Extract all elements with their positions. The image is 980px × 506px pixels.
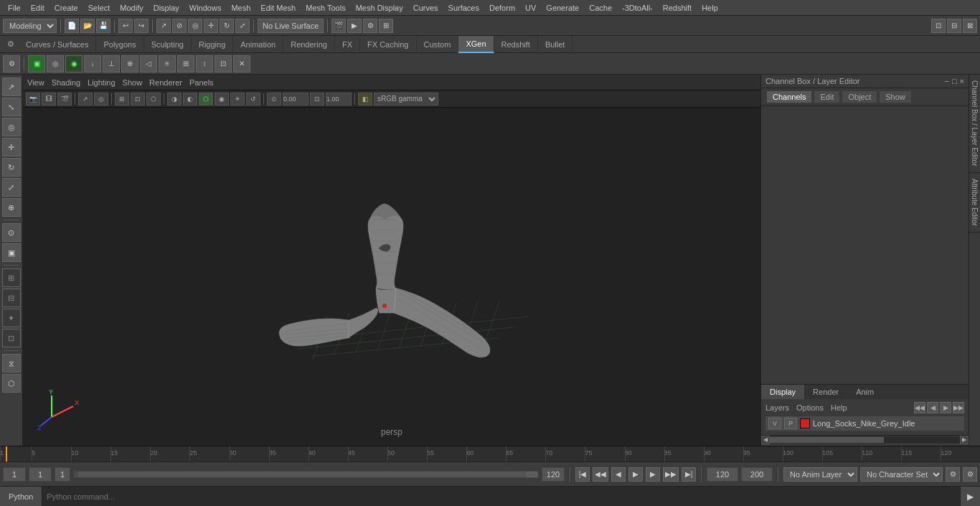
frame-max-input[interactable] <box>542 467 565 482</box>
undo-btn[interactable]: ↩ <box>118 19 133 33</box>
timeline-ruler[interactable]: 1510152025303540455055606570758085909510… <box>0 446 980 462</box>
tool-panel-gear[interactable]: ⚙ <box>3 55 20 72</box>
vp-menu-panels[interactable]: Panels <box>189 78 214 87</box>
layers-help-btn[interactable]: Help <box>831 403 847 412</box>
vp-cam-far-input[interactable] <box>326 93 352 106</box>
new-scene-btn[interactable]: 📄 <box>65 19 79 33</box>
menu-create[interactable]: Create <box>50 2 83 14</box>
char-set-settings-btn[interactable]: ⚙ <box>963 467 977 482</box>
menu-display[interactable]: Display <box>149 2 184 14</box>
rb-tab-display[interactable]: Display <box>761 385 804 399</box>
vp-shading-btn3[interactable]: ⬡ <box>199 93 213 106</box>
frame-current-input[interactable] <box>29 467 52 482</box>
xgen-icon2[interactable]: ◎ <box>47 55 64 72</box>
layer-arr2[interactable]: ◀ <box>927 402 938 413</box>
tab-animation[interactable]: Animation <box>233 36 283 53</box>
scroll-thumb[interactable] <box>770 437 884 443</box>
tab-redshift[interactable]: Redshift <box>494 36 538 53</box>
vp-anim-btn[interactable]: ↺ <box>246 93 260 106</box>
vp-gamma-select[interactable]: sRGB gamma <box>374 93 438 106</box>
playback-play-btn[interactable]: ▶ <box>628 467 643 482</box>
layer-p-btn[interactable]: P <box>784 418 797 429</box>
scale-tool-btn[interactable]: ⤢ <box>235 19 250 33</box>
paint-select-btn[interactable]: ◎ <box>2 118 21 136</box>
playback-next-key-btn[interactable]: ▶▶ <box>663 467 679 482</box>
xgen-icon4[interactable]: ↓ <box>84 55 101 72</box>
lasso-btn[interactable]: ⤡ <box>2 98 21 116</box>
vp-menu-view[interactable]: View <box>27 78 44 87</box>
ch-tab-show[interactable]: Show <box>880 91 911 103</box>
cb-maximize-btn[interactable]: □ <box>952 77 957 85</box>
redo-btn[interactable]: ↪ <box>134 19 149 33</box>
tab-xgen[interactable]: XGen <box>458 36 494 53</box>
tab-curves-surfaces[interactable]: Curves / Surfaces <box>19 36 96 53</box>
side-tab-channel-box[interactable]: Channel Box / Layer Editor <box>969 75 980 173</box>
vp-paint-btn[interactable]: ◎ <box>94 93 108 106</box>
quick-layout-btn[interactable]: ⊡ <box>931 19 946 33</box>
vp-menu-shading[interactable]: Shading <box>52 78 80 87</box>
frame-start-input[interactable] <box>3 467 26 482</box>
xgen-icon5[interactable]: ⊥ <box>103 55 120 72</box>
rotate-tool-btn[interactable]: ↻ <box>220 19 234 33</box>
frame-slider[interactable] <box>73 471 539 478</box>
layer-arr1[interactable]: ◀◀ <box>914 402 925 413</box>
tab-rigging[interactable]: Rigging <box>192 36 233 53</box>
char-set-select[interactable]: No Character Set <box>860 467 943 482</box>
menu-edit-mesh[interactable]: Edit Mesh <box>255 2 301 14</box>
tab-custom[interactable]: Custom <box>417 36 459 53</box>
scroll-track[interactable] <box>770 437 960 443</box>
frame-stepper-input[interactable] <box>55 467 70 482</box>
vp-cam-speed-icon[interactable]: ⊙ <box>267 93 281 106</box>
vp-grid-btn[interactable]: ⊞ <box>115 93 129 106</box>
vp-menu-renderer[interactable]: Renderer <box>149 78 182 87</box>
menu-generate[interactable]: Generate <box>541 2 584 14</box>
rotate-btn[interactable]: ↻ <box>2 158 21 177</box>
xgen-icon11[interactable]: ⊡ <box>215 55 232 72</box>
vp-gamma-icon[interactable]: ◧ <box>358 93 372 106</box>
menu-modify[interactable]: Modify <box>115 2 148 14</box>
cb-close-btn[interactable]: × <box>960 77 964 85</box>
vp-shading-btn2[interactable]: ◐ <box>183 93 197 106</box>
side-tab-attribute-editor[interactable]: Attribute Editor <box>969 173 980 233</box>
script-input[interactable] <box>42 487 960 507</box>
menu-curves[interactable]: Curves <box>408 2 443 14</box>
vp-light-btn1[interactable]: ◉ <box>215 93 229 106</box>
ch-tab-edit[interactable]: Edit <box>814 91 839 103</box>
vp-select-btn[interactable]: ↗ <box>78 93 93 106</box>
layers-options-btn[interactable]: Options <box>796 403 824 412</box>
playback-go-end-btn[interactable]: ▶| <box>682 467 696 482</box>
vp-menu-lighting[interactable]: Lighting <box>88 78 116 87</box>
vp-wire-btn[interactable]: ⬡ <box>146 93 161 106</box>
lasso-tool-btn[interactable]: ⊘ <box>172 19 187 33</box>
snap-to-grid-btn[interactable]: ⊞ <box>2 268 21 287</box>
playback-next-frame-btn[interactable]: ▶ <box>646 467 660 482</box>
xgen-icon6[interactable]: ⊕ <box>121 55 138 72</box>
xgen-icon3[interactable]: ◉ <box>65 55 83 72</box>
live-surface-btn[interactable]: No Live Surface <box>258 19 324 33</box>
hud-btn[interactable]: ⊞ <box>379 19 393 33</box>
viewport-canvas[interactable]: persp X Y Z <box>23 108 760 446</box>
move-btn[interactable]: ✛ <box>2 138 21 156</box>
menu-uv[interactable]: UV <box>520 2 541 14</box>
move-tool-btn[interactable]: ✛ <box>204 19 218 33</box>
menu-file[interactable]: File <box>3 2 26 14</box>
tab-bullet[interactable]: Bullet <box>538 36 573 53</box>
menu-mesh-tools[interactable]: Mesh Tools <box>301 2 350 14</box>
python-tab[interactable]: Python <box>0 487 42 507</box>
menu-3dtall[interactable]: -3DtoAll- <box>617 2 658 14</box>
menu-deform[interactable]: Deform <box>484 2 520 14</box>
layer-arr3[interactable]: ▶ <box>940 402 951 413</box>
menu-edit[interactable]: Edit <box>26 2 50 14</box>
layout-btn3[interactable]: ⊠ <box>963 19 977 33</box>
range-end-input[interactable] <box>707 467 738 482</box>
tab-sculpting[interactable]: Sculpting <box>144 36 192 53</box>
menu-windows[interactable]: Windows <box>184 2 227 14</box>
xgen-icon9[interactable]: ⊞ <box>177 55 194 72</box>
playback-prev-key-btn[interactable]: ◀◀ <box>593 467 608 482</box>
menu-redshift[interactable]: Redshift <box>658 2 697 14</box>
vp-shading-btn1[interactable]: ◑ <box>167 93 182 106</box>
history-btn[interactable]: ⧖ <box>2 354 21 373</box>
ipr-btn[interactable]: ▶ <box>347 19 362 33</box>
vp-light-btn2[interactable]: ☀ <box>230 93 245 106</box>
snap-to-point-btn[interactable]: ✦ <box>2 309 21 327</box>
